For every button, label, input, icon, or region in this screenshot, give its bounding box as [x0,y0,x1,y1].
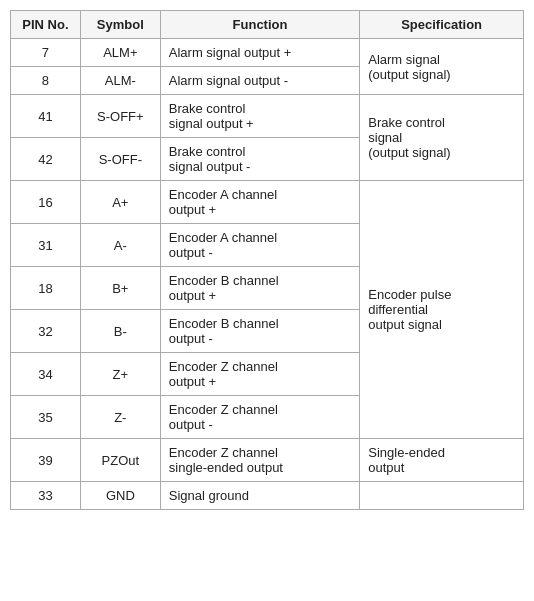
table-row: 7ALM+Alarm signal output +Alarm signal (… [11,39,524,67]
cell-symbol: ALM+ [80,39,160,67]
cell-function: Brake control signal output + [160,95,359,138]
cell-symbol: GND [80,482,160,510]
cell-spec: Alarm signal (output signal) [360,39,524,95]
cell-spec: Brake control signal (output signal) [360,95,524,181]
cell-spec: Encoder pulse differential output signal [360,181,524,439]
cell-symbol: Z+ [80,353,160,396]
cell-pin: 8 [11,67,81,95]
cell-function: Signal ground [160,482,359,510]
cell-pin: 35 [11,396,81,439]
cell-function: Alarm signal output + [160,39,359,67]
header-function: Function [160,11,359,39]
cell-symbol: S-OFF- [80,138,160,181]
cell-function: Encoder B channel output - [160,310,359,353]
cell-pin: 42 [11,138,81,181]
cell-spec [360,482,524,510]
cell-symbol: B- [80,310,160,353]
cell-symbol: ALM- [80,67,160,95]
cell-function: Alarm signal output - [160,67,359,95]
cell-function: Encoder Z channel output - [160,396,359,439]
cell-symbol: A+ [80,181,160,224]
table-row: 33GNDSignal ground [11,482,524,510]
cell-spec: Single-ended output [360,439,524,482]
cell-function: Encoder Z channel single-ended output [160,439,359,482]
header-pin: PIN No. [11,11,81,39]
cell-symbol: Z- [80,396,160,439]
cell-pin: 32 [11,310,81,353]
cell-pin: 39 [11,439,81,482]
cell-function: Encoder A channel output + [160,181,359,224]
cell-symbol: B+ [80,267,160,310]
cell-symbol: A- [80,224,160,267]
cell-symbol: S-OFF+ [80,95,160,138]
cell-pin: 7 [11,39,81,67]
table-row: 41S-OFF+Brake control signal output +Bra… [11,95,524,138]
cell-function: Encoder A channel output - [160,224,359,267]
header-specification: Specification [360,11,524,39]
cell-pin: 16 [11,181,81,224]
cell-pin: 34 [11,353,81,396]
header-symbol: Symbol [80,11,160,39]
cell-function: Encoder Z channel output + [160,353,359,396]
table-row: 39PZOutEncoder Z channel single-ended ou… [11,439,524,482]
table-row: 16A+Encoder A channel output +Encoder pu… [11,181,524,224]
cell-pin: 33 [11,482,81,510]
pin-table: PIN No. Symbol Function Specification 7A… [10,10,524,510]
cell-symbol: PZOut [80,439,160,482]
cell-function: Brake control signal output - [160,138,359,181]
cell-pin: 31 [11,224,81,267]
cell-function: Encoder B channel output + [160,267,359,310]
cell-pin: 41 [11,95,81,138]
cell-pin: 18 [11,267,81,310]
